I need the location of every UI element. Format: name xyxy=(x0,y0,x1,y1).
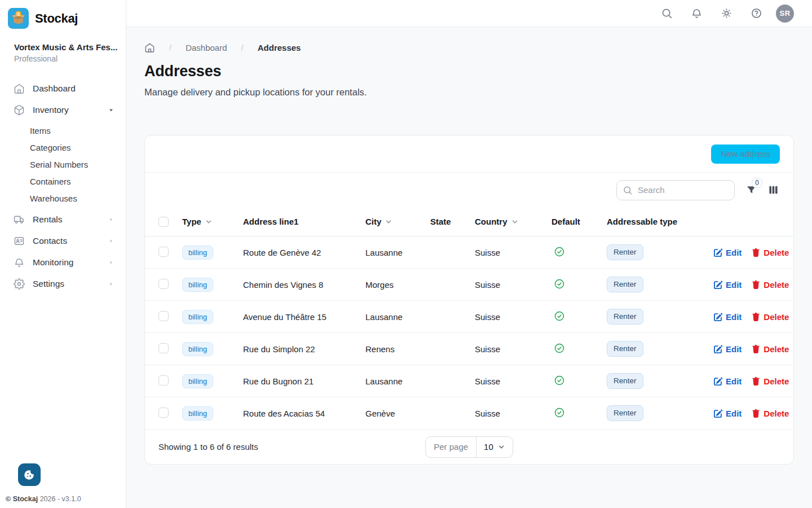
row-checkbox[interactable] xyxy=(158,311,169,321)
sidebar-item-containers[interactable]: Containers xyxy=(0,173,126,190)
bell-icon xyxy=(14,257,25,268)
addressable-type-badge: Renter xyxy=(607,341,643,357)
columns-button[interactable] xyxy=(768,185,779,195)
gear-icon xyxy=(14,278,25,290)
pencil-square-icon xyxy=(714,248,722,257)
addresses-card: New address 0 xyxy=(144,135,794,465)
address-line1-cell: Chemin des Vignes 8 xyxy=(243,280,365,290)
delete-button[interactable]: Delete xyxy=(752,248,789,257)
breadcrumb-dashboard[interactable]: Dashboard xyxy=(186,43,227,52)
search-input[interactable] xyxy=(616,180,735,200)
per-page-select[interactable]: Per page 10 xyxy=(425,436,513,458)
sidebar-item-contacts[interactable]: Contacts xyxy=(0,230,126,252)
row-checkbox[interactable] xyxy=(158,375,169,386)
sort-chevron-icon xyxy=(511,218,519,226)
edit-button[interactable]: Edit xyxy=(714,344,742,354)
type-badge: billing xyxy=(182,406,213,421)
city-cell: Renens xyxy=(365,344,430,354)
sidebar: S Stockaj Vortex Music & Arts Fes... Pro… xyxy=(0,0,126,508)
addressable-type-badge: Renter xyxy=(607,373,643,389)
theme-toggle-button[interactable] xyxy=(721,7,732,19)
table-row: billing Avenue du Théâtre 15 Lausanne Su… xyxy=(145,301,793,333)
breadcrumb-separator: / xyxy=(169,43,171,52)
table-header-row: Type Address line1 City State Country De… xyxy=(145,207,793,237)
brand[interactable]: S Stockaj xyxy=(0,0,126,29)
breadcrumb-home-icon[interactable] xyxy=(144,42,155,53)
sidebar-footer: © Stockaj 2026 - v3.1.0 xyxy=(0,463,126,508)
edit-button[interactable]: Edit xyxy=(714,376,742,386)
sidebar-item-rentals[interactable]: Rentals xyxy=(0,209,126,230)
delete-button[interactable]: Delete xyxy=(752,312,789,322)
column-header-type[interactable]: Type xyxy=(182,217,243,226)
sidebar-item-categories[interactable]: Categories xyxy=(0,139,126,156)
organization-block: Vortex Music & Arts Fes... Professional xyxy=(0,29,126,63)
sidebar-item-settings[interactable]: Settings xyxy=(0,273,126,295)
row-checkbox[interactable] xyxy=(158,408,169,418)
new-address-button[interactable]: New address xyxy=(711,144,780,164)
bell-icon xyxy=(691,7,703,19)
trash-icon xyxy=(752,281,760,289)
global-search-button[interactable] xyxy=(661,7,673,19)
search-icon xyxy=(661,7,673,19)
default-check-icon xyxy=(554,278,565,290)
sidebar-item-warehouses[interactable]: Warehouses xyxy=(0,190,126,207)
delete-button[interactable]: Delete xyxy=(752,376,789,386)
column-header-address: Address line1 xyxy=(243,217,365,226)
column-header-city[interactable]: City xyxy=(365,217,430,226)
breadcrumb-separator: / xyxy=(241,43,244,52)
cookie-settings-button[interactable] xyxy=(18,463,41,486)
filter-button[interactable]: 0 xyxy=(746,185,757,195)
select-all-checkbox[interactable] xyxy=(158,217,169,227)
sidebar-item-items[interactable]: Items xyxy=(0,122,126,139)
row-checkbox[interactable] xyxy=(158,279,169,289)
page-subtitle: Manage delivery and pickup locations for… xyxy=(144,87,794,98)
pencil-square-icon xyxy=(714,281,722,289)
sidebar-item-dashboard[interactable]: Dashboard xyxy=(0,78,126,99)
column-header-country[interactable]: Country xyxy=(475,217,551,226)
country-cell: Suisse xyxy=(475,312,551,322)
card-header: New address xyxy=(145,135,793,173)
help-button[interactable] xyxy=(751,7,762,19)
sun-icon xyxy=(721,7,732,19)
edit-button[interactable]: Edit xyxy=(714,280,742,290)
notifications-button[interactable] xyxy=(691,7,703,19)
default-check-icon xyxy=(554,310,565,322)
chevron-right-icon xyxy=(108,216,114,223)
column-header-state: State xyxy=(430,217,475,226)
breadcrumb: / Dashboard / Addresses xyxy=(144,42,794,53)
user-avatar[interactable]: SR xyxy=(776,5,794,23)
table-row: billing Rue du Simplon 22 Renens Suisse … xyxy=(145,333,793,365)
sidebar-item-inventory[interactable]: Inventory xyxy=(0,99,126,121)
column-header-addressable-type: Addressable type xyxy=(607,217,714,226)
sidebar-nav: Dashboard Inventory Items Categories Ser… xyxy=(0,78,126,295)
delete-button[interactable]: Delete xyxy=(752,280,789,290)
sidebar-item-label: Monitoring xyxy=(33,257,100,268)
inventory-sub-menu: Items Categories Serial Numbers Containe… xyxy=(0,121,126,209)
delete-button[interactable]: Delete xyxy=(752,409,789,418)
main-content: / Dashboard / Addresses Addresses Manage… xyxy=(126,28,812,508)
sort-chevron-icon xyxy=(205,218,213,226)
country-cell: Suisse xyxy=(475,409,551,418)
breadcrumb-current: Addresses xyxy=(258,43,301,52)
chevron-right-icon xyxy=(108,238,114,244)
chevron-right-icon xyxy=(108,259,114,266)
address-line1-cell: Route de Genève 42 xyxy=(243,248,365,257)
table-body: billing Route de Genève 42 Lausanne Suis… xyxy=(145,237,793,430)
edit-button[interactable]: Edit xyxy=(714,312,742,322)
city-cell: Lausanne xyxy=(365,312,430,322)
sidebar-item-label: Rentals xyxy=(33,214,100,225)
help-circle-icon xyxy=(751,7,762,19)
cookie-icon xyxy=(23,468,36,481)
sidebar-item-serial-numbers[interactable]: Serial Numbers xyxy=(0,156,126,173)
row-checkbox[interactable] xyxy=(158,343,169,353)
type-badge: billing xyxy=(182,310,213,324)
edit-button[interactable]: Edit xyxy=(714,248,742,257)
row-checkbox[interactable] xyxy=(158,247,169,257)
delete-button[interactable]: Delete xyxy=(752,344,789,354)
type-badge: billing xyxy=(182,278,213,292)
chevron-right-icon xyxy=(108,281,114,287)
default-check-icon xyxy=(554,375,565,386)
edit-button[interactable]: Edit xyxy=(714,409,742,418)
sidebar-item-monitoring[interactable]: Monitoring xyxy=(0,252,126,273)
sidebar-item-label: Settings xyxy=(33,279,100,289)
